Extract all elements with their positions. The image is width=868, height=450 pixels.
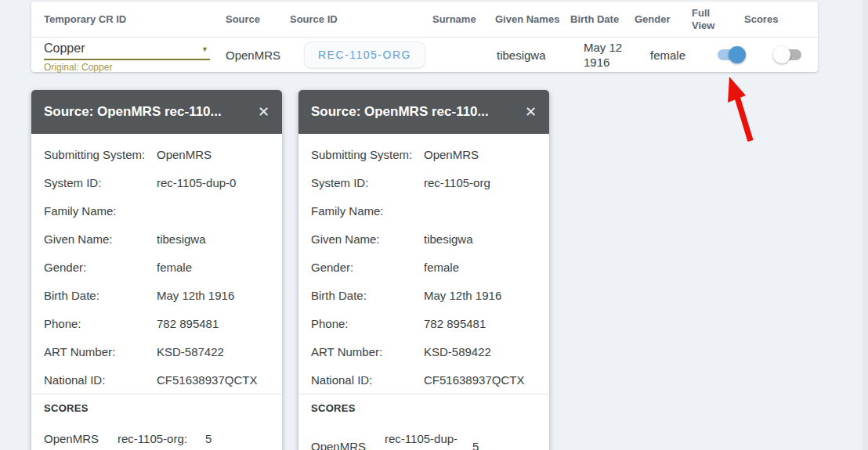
column-header-full-view: Full View: [692, 7, 725, 32]
field-value: CF51638937QCTX: [157, 373, 269, 387]
field-row: National ID: CF51638937QCTX: [44, 365, 269, 394]
field-label: Submitting System:: [311, 148, 424, 161]
field-row: Birth Date: May 12th 1916: [311, 281, 537, 309]
column-header-given-names: Given Names: [495, 13, 559, 26]
column-header-source-id: Source ID: [290, 13, 338, 26]
field-value: OpenMRS: [157, 148, 269, 161]
temporary-cr-id-select[interactable]: Copper ▼ Original: Copper: [44, 41, 210, 73]
field-label: ART Number:: [311, 345, 424, 358]
card-body: Submitting System: OpenMRS System ID: re…: [298, 134, 549, 450]
card-title: Source: OpenMRS rec-110...: [44, 104, 222, 120]
field-row: ART Number: KSD-587422: [44, 337, 269, 365]
birth-date-cell: May 12 1916: [584, 40, 632, 70]
results-table: Temporary CR ID Source Source ID Surname…: [31, 2, 818, 72]
field-value: 782 895481: [157, 317, 269, 330]
field-row: Phone: 782 895481: [311, 309, 537, 337]
field-row: Gender: female: [44, 253, 269, 281]
close-icon[interactable]: ✕: [525, 103, 537, 121]
field-row: Given Name: tibesigwa: [44, 225, 269, 253]
score-system: OpenMRS: [311, 440, 385, 450]
field-label: Given Name:: [311, 232, 424, 246]
source-detail-card-1: Source: OpenMRS rec-110... ✕ Submitting …: [31, 90, 282, 450]
field-value: 782 895481: [424, 317, 537, 330]
column-header-temporary-cr-id: Temporary CR ID: [44, 13, 126, 26]
field-label: Gender:: [311, 261, 424, 274]
card-header: Source: OpenMRS rec-110... ✕: [31, 90, 282, 134]
score-record-id: rec-1105-dup-0:: [385, 431, 465, 450]
gender-cell: female: [650, 48, 685, 61]
score-row: OpenMRS rec-1105-org: 5: [44, 431, 269, 446]
card-body: Submitting System: OpenMRS System ID: re…: [31, 134, 282, 446]
field-row: ART Number: KSD-589422: [311, 337, 537, 365]
score-record-id: rec-1105-org:: [118, 431, 197, 446]
column-header-surname: Surname: [432, 13, 476, 26]
field-label: System ID:: [44, 176, 157, 189]
close-icon[interactable]: ✕: [258, 103, 269, 121]
scrollbar-track[interactable]: [863, 0, 868, 450]
score-value: 5: [205, 432, 212, 445]
score-row: OpenMRS rec-1105-dup-0: 5: [311, 431, 537, 450]
field-value: female: [157, 261, 269, 274]
source-id-chip-button[interactable]: REC-1105-ORG: [304, 41, 425, 68]
annotation-arrow-icon: [701, 70, 764, 149]
column-header-source: Source: [226, 13, 260, 26]
field-label: National ID:: [311, 373, 424, 387]
score-system: OpenMRS: [44, 432, 118, 445]
field-row: System ID: rec-1105-org: [311, 168, 537, 196]
field-row: Birth Date: May 12th 1916: [44, 281, 269, 309]
field-label: System ID:: [311, 176, 424, 189]
field-value: May 12th 1916: [424, 289, 537, 302]
column-header-gender: Gender: [635, 13, 671, 26]
field-label: Phone:: [44, 317, 157, 330]
field-value: female: [424, 261, 537, 274]
field-value: CF51638937QCTX: [424, 373, 537, 387]
field-row: Family Name:: [311, 196, 537, 225]
temporary-cr-id-text: Copper: [44, 41, 85, 55]
field-label: National ID:: [44, 373, 157, 387]
source-cell: OpenMRS: [226, 48, 280, 61]
field-label: Birth Date:: [44, 289, 157, 302]
original-cr-id-label: Original: Copper: [44, 62, 210, 73]
field-row: Given Name: tibesigwa: [311, 225, 537, 253]
field-row: System ID: rec-1105-dup-0: [44, 168, 269, 196]
scores-toggle[interactable]: [773, 46, 802, 63]
table-row: Copper ▼ Original: Copper OpenMRS REC-11…: [31, 38, 818, 71]
temporary-cr-id-value: Copper ▼: [44, 41, 210, 60]
card-title: Source: OpenMRS rec-110...: [311, 104, 489, 120]
field-row: Submitting System: OpenMRS: [311, 140, 537, 168]
table-header-row: Temporary CR ID Source Source ID Surname…: [31, 2, 818, 38]
score-value: 5: [472, 440, 479, 450]
field-row: Submitting System: OpenMRS: [44, 140, 269, 168]
field-value: tibesigwa: [157, 232, 269, 246]
field-row: Gender: female: [311, 253, 537, 281]
field-value: May 12th 1916: [157, 289, 269, 302]
scores-heading: SCORES: [44, 394, 269, 413]
field-value: tibesigwa: [424, 232, 537, 246]
field-label: Family Name:: [311, 204, 424, 218]
field-row: Phone: 782 895481: [44, 309, 269, 337]
field-value: rec-1105-dup-0: [157, 176, 269, 189]
column-header-scores: Scores: [744, 13, 778, 26]
scores-heading: SCORES: [311, 394, 537, 413]
full-view-toggle[interactable]: [717, 46, 746, 63]
field-label: Birth Date:: [311, 289, 424, 302]
field-row: Family Name:: [44, 196, 269, 225]
field-row: National ID: CF51638937QCTX: [311, 365, 537, 394]
card-header: Source: OpenMRS rec-110... ✕: [298, 90, 549, 134]
field-value: KSD-587422: [157, 345, 269, 358]
field-label: Gender:: [44, 261, 157, 274]
toggle-knob: [773, 46, 790, 63]
field-label: Family Name:: [44, 204, 157, 218]
field-value: KSD-589422: [424, 345, 537, 358]
field-label: Phone:: [311, 317, 424, 330]
field-label: Given Name:: [44, 232, 157, 246]
source-detail-card-2: Source: OpenMRS rec-110... ✕ Submitting …: [298, 90, 549, 450]
toggle-knob: [729, 46, 746, 63]
chevron-down-icon: ▼: [201, 45, 208, 53]
field-value: rec-1105-org: [424, 176, 537, 189]
field-label: ART Number:: [44, 345, 157, 358]
field-label: Submitting System:: [44, 148, 157, 161]
given-names-cell: tibesigwa: [497, 48, 546, 61]
column-header-birth-date: Birth Date: [570, 13, 619, 26]
field-value: OpenMRS: [424, 148, 537, 161]
